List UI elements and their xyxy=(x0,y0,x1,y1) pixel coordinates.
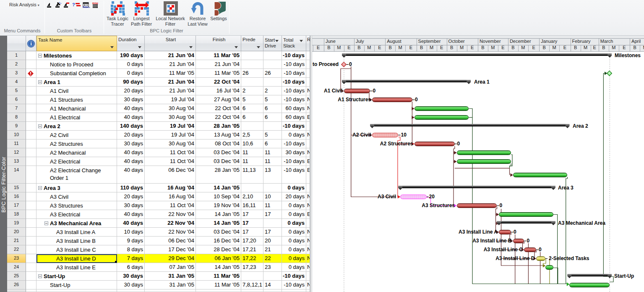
svg-text:RISK+: RISK+ xyxy=(83,6,90,8)
svg-text:?: ? xyxy=(72,2,75,7)
